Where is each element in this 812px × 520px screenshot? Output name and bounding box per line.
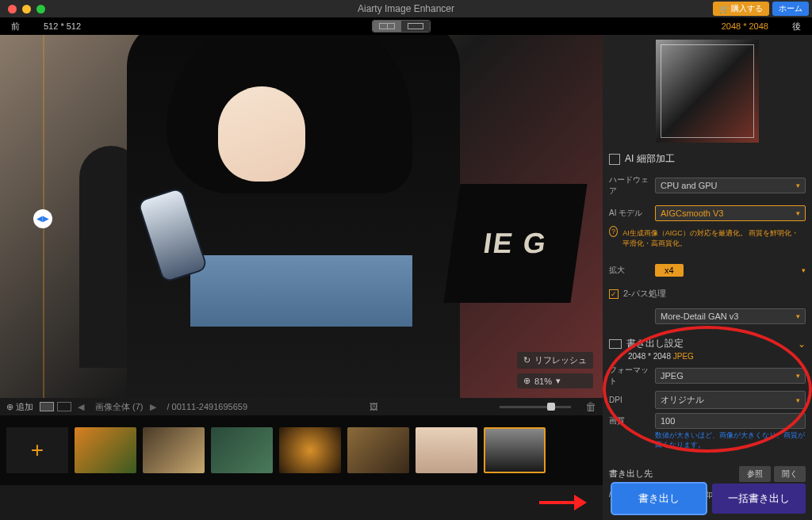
- quality-note: 数値が大きいほど、画像が大きくなり、画質が高くなります。: [609, 431, 806, 449]
- home-button[interactable]: ホーム: [772, 2, 809, 16]
- view-side-icon[interactable]: [401, 21, 430, 32]
- list-view-button[interactable]: [57, 402, 71, 411]
- bottom-spacer: [0, 485, 603, 520]
- size-header: 前 512 * 512 2048 * 2048 後: [0, 17, 812, 35]
- thumbnail[interactable]: [416, 427, 477, 473]
- format-value: JPEG: [661, 371, 684, 380]
- quality-label: 画質: [609, 415, 650, 426]
- maximize-window-button[interactable]: [36, 5, 45, 13]
- ai-model-select[interactable]: AIGCsmooth V3 ▾: [655, 205, 806, 221]
- zoom-button[interactable]: ⊕ 81% ▾: [517, 373, 593, 388]
- chevron-down-icon: ⌄: [798, 338, 806, 350]
- chevron-down-icon: ▾: [796, 396, 800, 404]
- after-size: 2048 * 2048: [722, 21, 768, 31]
- cart-icon: 🛒: [719, 5, 729, 13]
- export-button[interactable]: 書き出し: [612, 484, 706, 514]
- thumbnail[interactable]: [143, 427, 205, 473]
- chevron-down-icon: ▾: [796, 312, 800, 320]
- nav-next-icon[interactable]: ▶: [150, 402, 156, 412]
- hardware-value: CPU and GPU: [661, 181, 718, 190]
- thumbnail[interactable]: [347, 427, 409, 473]
- hardware-label: ハードウェア: [609, 174, 650, 197]
- info-icon[interactable]: ?: [609, 226, 618, 237]
- export-icon: [609, 339, 622, 349]
- twopass-checkbox[interactable]: ✓ 2-パス処理: [609, 288, 806, 300]
- thumbnail-size-slider[interactable]: [500, 406, 571, 408]
- model-value: AIGCsmooth V3: [661, 208, 723, 218]
- ai-title-label: AI 細部加工: [625, 152, 675, 166]
- grid-view-button[interactable]: [40, 402, 54, 411]
- add-label: 追加: [16, 401, 33, 413]
- dpi-label: DPI: [609, 396, 650, 404]
- batch-export-button[interactable]: 一括書き出し: [712, 484, 806, 514]
- chevron-down-icon[interactable]: ▾: [802, 266, 806, 274]
- export-format-badge: JPEG: [673, 352, 694, 361]
- thumbnail-toolbar: ⊕ 追加 ◀ 画像全体 (7) ▶ / 00111-2491695659 🖼 🗑: [0, 398, 603, 415]
- buy-button[interactable]: 🛒 購入する: [713, 2, 769, 16]
- compare-slider-handle[interactable]: ◀▶: [33, 209, 52, 228]
- export-size: 2048 * 2048: [628, 352, 671, 361]
- titlebar: Aiarty Image Enhancer 🛒 購入する ホーム: [0, 0, 812, 17]
- hardware-select[interactable]: CPU and GPU ▾: [655, 178, 806, 193]
- add-thumbnail-button[interactable]: +: [6, 427, 68, 473]
- checkbox-icon: ✓: [609, 289, 619, 299]
- thumbnail[interactable]: [211, 427, 273, 473]
- plus-icon: ⊕: [6, 402, 13, 412]
- close-window-button[interactable]: [8, 5, 17, 13]
- app-title: Aiarty Image Enhancer: [358, 3, 454, 14]
- current-filename: / 00111-2491695659: [167, 402, 248, 411]
- image-size-icon: 🖼: [370, 402, 378, 411]
- export-info: 2048 * 2048 JPEG: [609, 352, 806, 361]
- sign-text: IE G: [443, 184, 587, 303]
- nav-prev-icon[interactable]: ◀: [78, 402, 84, 412]
- thumbnail-strip: +: [0, 415, 603, 485]
- twopass-label: 2-パス処理: [623, 288, 666, 300]
- after-label: 後: [792, 21, 801, 32]
- export-section-header[interactable]: 書き出し設定 ⌄: [609, 337, 806, 350]
- zoom-icon: ⊕: [523, 376, 530, 386]
- window-controls: [0, 5, 45, 13]
- minimize-window-button[interactable]: [22, 5, 31, 13]
- format-label: フォーマット: [609, 365, 650, 387]
- scale-label: 拡大: [609, 265, 650, 276]
- view-mode-toggle[interactable]: [372, 20, 431, 32]
- chevron-down-icon: ▾: [796, 209, 800, 217]
- format-select[interactable]: JPEG ▾: [655, 368, 806, 384]
- browse-button[interactable]: 参照: [739, 466, 771, 482]
- model-label: AI モデル: [609, 208, 650, 219]
- view-split-icon[interactable]: [373, 21, 401, 32]
- zoom-value: 81%: [534, 377, 552, 386]
- scale-button[interactable]: x4: [655, 264, 684, 277]
- refresh-icon: ↻: [523, 355, 530, 365]
- preview-thumbnail[interactable]: [656, 40, 759, 143]
- chevron-down-icon: ▾: [556, 376, 561, 386]
- thumbnail[interactable]: [279, 427, 341, 473]
- ai-section-title: AI 細部加工: [609, 152, 806, 166]
- before-size: 512 * 512: [44, 21, 81, 31]
- chevron-down-icon: ▾: [796, 372, 800, 380]
- export-title-label: 書き出し設定: [626, 337, 684, 350]
- gan-value: More-Detail GAN v3: [661, 312, 738, 321]
- settings-panel: AI 細部加工 ハードウェア CPU and GPU ▾ AI モデル AIGC…: [603, 35, 812, 520]
- refresh-label: リフレッシュ: [534, 354, 587, 366]
- model-hint: AI生成画像（AIGC）の対応を最適化。 画質を鮮明化・平滑化・高画質化。: [622, 228, 806, 248]
- dpi-value: オリジナル: [661, 394, 704, 406]
- ai-icon: [609, 154, 620, 165]
- trash-icon[interactable]: 🗑: [585, 400, 596, 413]
- buy-label: 購入する: [731, 3, 763, 14]
- annotation-arrow: [539, 498, 587, 507]
- add-image-button[interactable]: ⊕ 追加: [6, 401, 33, 413]
- output-dest-label: 書き出し先: [609, 468, 653, 480]
- quality-input[interactable]: 100: [655, 413, 806, 429]
- gan-select[interactable]: More-Detail GAN v3 ▾: [655, 308, 806, 324]
- thumbnail[interactable]: [75, 427, 136, 473]
- refresh-button[interactable]: ↻ リフレッシュ: [517, 352, 593, 369]
- open-button[interactable]: 開く: [774, 466, 806, 482]
- thumbnail-selected[interactable]: [484, 427, 546, 473]
- quality-value: 100: [661, 416, 675, 426]
- dpi-select[interactable]: オリジナル ▾: [655, 391, 806, 409]
- preview-area: IE G ◀▶ ↻ リフレッシュ ⊕ 81% ▾ ⊕ 追加: [0, 35, 603, 520]
- all-images-count: 画像全体 (7): [95, 401, 144, 413]
- before-label: 前: [11, 21, 20, 32]
- image-viewport[interactable]: IE G ◀▶ ↻ リフレッシュ ⊕ 81% ▾: [0, 35, 603, 398]
